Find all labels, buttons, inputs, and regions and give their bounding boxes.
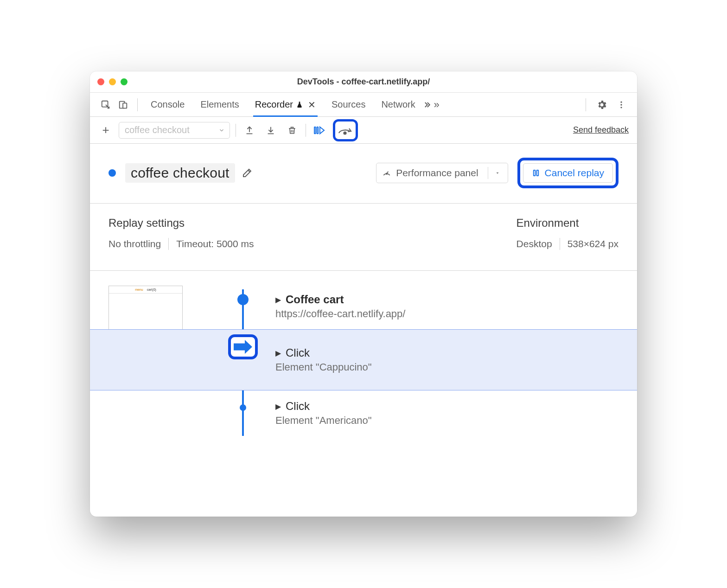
devtools-window: DevTools - coffee-cart.netlify.app/ Cons… [90, 71, 637, 517]
edit-name-icon[interactable] [242, 167, 253, 179]
tab-label: Network [381, 99, 415, 110]
step-title: Click [286, 400, 310, 412]
devtools-tabbar: Console Elements Recorder ✕ Sources Netw… [90, 93, 637, 117]
expand-triangle-icon[interactable]: ▶ [275, 402, 281, 411]
recording-header: coffee checkout Performance panel Cancel… [90, 144, 637, 204]
inspect-element-icon[interactable] [98, 97, 113, 112]
svg-point-9 [386, 173, 388, 174]
import-icon[interactable] [263, 122, 279, 138]
steps-panel: menucart(0) Total: $0.00 ▶Coffee cart ht… [90, 271, 637, 436]
step-click-current[interactable]: ▶Click Element "Cappucino" [90, 329, 637, 390]
continue-replay-icon[interactable] [312, 122, 327, 138]
current-step-marker-highlight [228, 334, 258, 359]
timeout-value[interactable]: Timeout: 5000 ms [176, 238, 254, 249]
flask-icon [296, 101, 303, 109]
svg-rect-2 [123, 103, 127, 108]
recorder-toolbar: + coffee checkout Send feedback [90, 117, 637, 144]
recording-selector-value: coffee checkout [125, 125, 190, 135]
replay-settings-heading: Replay settings [108, 217, 517, 230]
settings-gear-icon[interactable] [594, 97, 609, 112]
environment-heading: Environment [517, 217, 619, 230]
step-subtitle: Element "Americano" [275, 415, 619, 427]
step-subtitle: https://coffee-cart.netlify.app/ [275, 308, 619, 320]
expand-triangle-icon[interactable]: ▶ [275, 349, 281, 358]
throttling-value[interactable]: No throttling [108, 238, 161, 249]
recording-indicator-icon [108, 169, 116, 177]
cancel-replay-label: Cancel replay [545, 167, 604, 179]
tab-label: Console [151, 99, 185, 110]
svg-rect-7 [317, 127, 319, 134]
expand-triangle-icon[interactable]: ▶ [275, 295, 281, 304]
tab-recorder[interactable]: Recorder ✕ [249, 93, 322, 116]
step-title: Click [286, 346, 310, 359]
step-subtitle: Element "Cappucino" [275, 361, 619, 373]
step-marker-start-icon [237, 294, 249, 305]
device-value: Desktop [517, 238, 552, 249]
svg-point-4 [620, 104, 622, 105]
tab-sources[interactable]: Sources [325, 93, 372, 116]
tab-network[interactable]: Network [375, 93, 421, 116]
pause-icon [532, 169, 540, 177]
step-over-highlight [333, 119, 358, 141]
more-tabs-icon[interactable]: » [425, 97, 440, 112]
close-tab-icon[interactable]: ✕ [308, 99, 316, 110]
svg-rect-11 [536, 170, 538, 176]
cancel-replay-highlight: Cancel replay [517, 158, 619, 188]
divider [236, 124, 236, 137]
svg-point-3 [620, 101, 622, 102]
divider [586, 98, 586, 111]
step-navigate[interactable]: ▶Coffee cart https://coffee-cart.netlify… [90, 284, 637, 329]
window-title: DevTools - coffee-cart.netlify.app/ [297, 77, 430, 87]
svg-rect-6 [314, 127, 316, 134]
minimize-window-button[interactable] [109, 78, 116, 85]
svg-point-8 [344, 132, 346, 134]
new-recording-button[interactable]: + [98, 123, 113, 137]
tab-label: Recorder [255, 99, 293, 110]
current-step-arrow-icon [234, 340, 252, 354]
send-feedback-link[interactable]: Send feedback [573, 125, 629, 135]
dimensions-value: 538×624 px [568, 238, 619, 249]
chevron-down-icon [218, 127, 225, 134]
gauge-icon [382, 168, 391, 178]
step-click[interactable]: ▶Click Element "Americano" [90, 390, 637, 436]
step-title: Coffee cart [286, 293, 344, 306]
performance-panel-select[interactable]: Performance panel [376, 163, 508, 183]
settings-row: Replay settings No throttling Timeout: 5… [90, 204, 637, 271]
step-over-icon[interactable] [336, 122, 355, 138]
recording-selector[interactable]: coffee checkout [119, 122, 230, 139]
divider [168, 238, 169, 250]
tab-label: Elements [200, 99, 239, 110]
device-toolbar-icon[interactable] [116, 97, 131, 112]
kebab-menu-icon[interactable] [614, 97, 629, 112]
tab-label: Sources [332, 99, 365, 110]
step-marker-icon [240, 404, 246, 411]
divider [137, 98, 138, 111]
cancel-replay-button[interactable]: Cancel replay [523, 163, 613, 183]
recording-name: coffee checkout [125, 163, 235, 183]
maximize-window-button[interactable] [121, 78, 128, 85]
window-titlebar: DevTools - coffee-cart.netlify.app/ [90, 71, 637, 93]
tab-console[interactable]: Console [144, 93, 191, 116]
delete-icon[interactable] [284, 122, 300, 138]
window-controls [97, 78, 128, 85]
close-window-button[interactable] [97, 78, 104, 85]
divider [560, 238, 560, 250]
performance-panel-label: Performance panel [396, 167, 478, 179]
divider [306, 124, 306, 137]
export-icon[interactable] [242, 122, 257, 138]
dropdown-chevron-icon [493, 170, 502, 176]
tab-elements[interactable]: Elements [194, 93, 245, 116]
svg-rect-10 [533, 170, 535, 176]
svg-point-5 [620, 107, 622, 108]
